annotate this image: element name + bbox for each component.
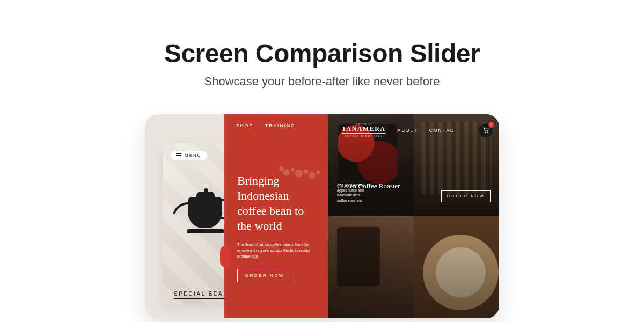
hero-order-button[interactable]: ORDER NOW [237,269,292,282]
tile-order-button[interactable]: ORDER NOW [441,190,491,202]
tile-roaster-sub: The best quality, appearance and functio… [337,182,365,203]
svg-point-7 [485,132,486,133]
menu-button[interactable]: MENU [171,151,207,160]
cart-badge: 1 [488,122,494,128]
after-pane: SHOP TRAINING Bringing Indonesian coffee… [225,114,499,318]
svg-point-2 [291,167,295,171]
nav-about[interactable]: ABOUT [398,128,419,133]
cart-icon [482,127,489,134]
page-title: Screen Comparison Slider [164,39,480,68]
comparison-slider[interactable]: MENU SPECIAL BEANS SHOP TRAINING [145,114,499,318]
svg-point-5 [309,172,316,179]
world-map-icon [276,157,324,189]
svg-point-3 [295,170,303,177]
brand-est: EST.2013 [356,123,371,126]
hero-column: SHOP TRAINING Bringing Indonesian coffee… [225,114,328,318]
menu-label: MENU [185,153,202,158]
svg-point-6 [317,171,320,174]
cart-button[interactable]: 1 [479,123,493,137]
svg-point-0 [279,166,284,171]
hamburger-icon [176,153,181,158]
product-grid: SHOPTRAINING EST.2013 TANAMERA COFFEE IN… [328,114,499,318]
tile-latte[interactable] [414,216,499,318]
svg-point-1 [283,169,290,176]
page-subtitle: Showcase your before-after like never be… [204,75,440,89]
tile-bar[interactable] [328,216,414,318]
hero-subtext: The finest Arabica coffee beans from the… [237,241,317,260]
svg-point-8 [487,132,488,133]
slider-handle[interactable] [224,114,226,318]
svg-point-4 [303,169,308,174]
top-nav-right: SHOPTRAINING EST.2013 TANAMERA COFFEE IN… [225,114,499,137]
brand-logo[interactable]: EST.2013 TANAMERA COFFEE INDONESIA [342,123,386,137]
brand-sub: COFFEE INDONESIA [345,135,383,137]
nav-contact[interactable]: CONTACT [429,128,458,133]
brand-name: TANAMERA [342,126,386,134]
